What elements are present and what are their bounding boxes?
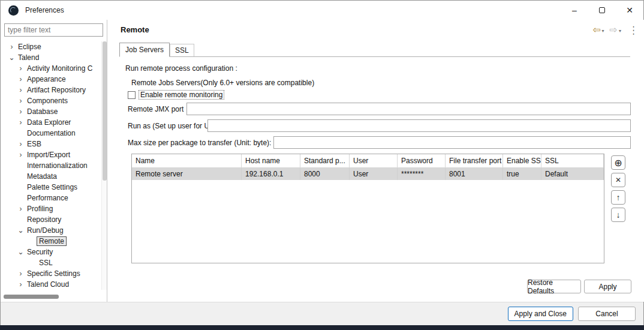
tab-ssl[interactable]: SSL xyxy=(170,44,194,57)
close-button[interactable]: ✕ xyxy=(616,1,643,20)
chevron-right-icon[interactable]: › xyxy=(17,271,25,277)
enable-remote-monitoring-checkbox[interactable] xyxy=(128,91,136,99)
column-header-enable-ssl[interactable]: Enable SSL xyxy=(503,154,541,167)
back-dropdown-icon[interactable]: ▾ xyxy=(602,28,604,34)
chevron-right-icon[interactable]: › xyxy=(17,65,25,71)
table-header-row: NameHost nameStandard p...UserPasswordFi… xyxy=(132,154,604,168)
minimize-icon: – xyxy=(572,5,577,15)
arrow-up-icon: ↑ xyxy=(616,193,621,202)
tree-item-label: Profiling xyxy=(25,204,55,214)
tree-item-palette-settings[interactable]: Palette Settings xyxy=(1,182,101,193)
run-as-input[interactable] xyxy=(207,119,631,132)
title-bar: Preferences – ✕ xyxy=(1,1,643,20)
tab-job-servers[interactable]: Job Servers xyxy=(119,43,170,57)
tree-item-label: Talend xyxy=(16,53,41,62)
close-icon: ✕ xyxy=(626,5,633,15)
preferences-tree: ›Eclipse⌄Talend›Activity Monitoring C›Ap… xyxy=(1,41,101,290)
tree-item-performance[interactable]: Performance xyxy=(1,193,101,203)
column-header-user[interactable]: User xyxy=(350,154,398,167)
tree-item-data-explorer[interactable]: ›Data Explorer xyxy=(1,117,101,128)
max-package-size-label: Max size per package to transfer (Unit: … xyxy=(128,139,271,147)
tree-item-label: Artifact Repository xyxy=(25,85,88,95)
column-header-standard-p-[interactable]: Standard p... xyxy=(300,154,350,167)
chevron-right-icon[interactable]: › xyxy=(17,76,25,82)
tree-item-remote[interactable]: Remote xyxy=(1,236,101,247)
tree-item-eclipse[interactable]: ›Eclipse xyxy=(1,41,101,52)
chevron-right-icon[interactable]: › xyxy=(8,44,16,50)
job-servers-table: NameHost nameStandard p...UserPasswordFi… xyxy=(131,154,604,263)
tree-item-components[interactable]: ›Components xyxy=(1,95,101,106)
enable-remote-monitoring-row: Enable remote monitoring xyxy=(128,90,224,100)
filter-input[interactable] xyxy=(4,23,103,37)
tree-item-talend[interactable]: ⌄Talend xyxy=(1,52,101,63)
tree-item-security[interactable]: ⌄Security xyxy=(1,247,101,257)
chevron-right-icon[interactable]: › xyxy=(17,281,25,287)
chevron-right-icon[interactable]: › xyxy=(17,141,25,147)
tree-item-documentation[interactable]: Documentation xyxy=(1,128,101,139)
tree-item-appearance[interactable]: ›Appearance xyxy=(1,74,101,85)
chevron-right-icon[interactable]: › xyxy=(17,87,25,93)
column-header-file-transfer-port[interactable]: File transfer port xyxy=(446,154,503,167)
tree-item-label: Eclipse xyxy=(16,42,44,52)
forward-icon[interactable]: ⇨ xyxy=(610,24,618,35)
move-down-button[interactable]: ↓ xyxy=(611,208,625,222)
remote-jmx-port-input[interactable] xyxy=(186,103,631,115)
preferences-icon xyxy=(8,5,19,16)
tree-vertical-scrollbar-thumb[interactable] xyxy=(103,41,107,181)
column-header-name[interactable]: Name xyxy=(132,154,242,167)
add-server-button[interactable]: ⊕ xyxy=(611,155,625,170)
tree-item-esb[interactable]: ›ESB xyxy=(1,139,101,149)
table-cell: Default xyxy=(541,168,604,180)
apply-button[interactable]: Apply xyxy=(584,280,631,293)
tree-item-metadata[interactable]: Metadata xyxy=(1,171,101,182)
remote-jobs-group-label: Remote Jobs Servers(Only 6.0+ versions a… xyxy=(131,79,314,87)
tree-item-activity-monitoring-c[interactable]: ›Activity Monitoring C xyxy=(1,63,101,74)
tree-horizontal-scrollbar-thumb[interactable] xyxy=(4,295,59,299)
tree-item-internationalization[interactable]: Internationalization xyxy=(1,160,101,171)
chevron-right-icon[interactable]: › xyxy=(17,119,25,125)
table-cell: 192.168.0.1 xyxy=(242,168,300,180)
tree-item-database[interactable]: ›Database xyxy=(1,106,101,117)
column-header-host-name[interactable]: Host name xyxy=(242,154,300,167)
window-title: Preferences xyxy=(25,6,64,14)
tree-vertical-scrollbar[interactable] xyxy=(101,41,107,290)
tree-item-profiling[interactable]: ›Profiling xyxy=(1,203,101,214)
tree-item-label: Documentation xyxy=(25,128,78,138)
tree-item-label: Security xyxy=(25,247,55,257)
tree-item-label: Talend Cloud xyxy=(25,280,71,289)
maximize-button[interactable] xyxy=(588,1,616,20)
chevron-right-icon[interactable]: › xyxy=(17,206,25,212)
tree-item-specific-settings[interactable]: ›Specific Settings xyxy=(1,268,101,279)
enable-remote-monitoring-label[interactable]: Enable remote monitoring xyxy=(139,90,224,100)
cancel-button[interactable]: Cancel xyxy=(578,307,636,321)
remove-server-button[interactable]: ✕ xyxy=(611,173,625,187)
chevron-down-icon[interactable]: ⌄ xyxy=(8,55,16,61)
max-package-size-input[interactable] xyxy=(273,136,631,149)
column-header-password[interactable]: Password xyxy=(398,154,446,167)
chevron-down-icon[interactable]: ⌄ xyxy=(17,227,25,233)
chevron-right-icon[interactable]: › xyxy=(17,152,25,158)
minimize-button[interactable]: – xyxy=(561,1,588,20)
page-title: Remote xyxy=(121,25,149,34)
tree-item-ssl[interactable]: SSL xyxy=(1,257,101,268)
tree-item-run-debug[interactable]: ⌄Run/Debug xyxy=(1,225,101,236)
chevron-right-icon[interactable]: › xyxy=(17,98,25,104)
tree-item-artifact-repository[interactable]: ›Artifact Repository xyxy=(1,85,101,95)
tree-item-label: Components xyxy=(25,96,70,106)
history-nav: ⇦ ▾ ⇨ ▾ ⋮ xyxy=(592,24,637,35)
table-row[interactable]: Remote server192.168.0.18000User********… xyxy=(132,168,604,180)
tree-item-repository[interactable]: Repository xyxy=(1,214,101,225)
move-up-button[interactable]: ↑ xyxy=(611,190,625,205)
chevron-right-icon[interactable]: › xyxy=(17,109,25,115)
chevron-down-icon[interactable]: ⌄ xyxy=(17,249,25,255)
back-icon[interactable]: ⇦ xyxy=(592,24,600,35)
preferences-dialog: Preferences – ✕ ›Eclipse⌄Talend›Activity… xyxy=(0,0,644,325)
restore-defaults-button[interactable]: Restore Defaults xyxy=(527,280,581,293)
tree-item-import-export[interactable]: ›Import/Export xyxy=(1,149,101,160)
forward-dropdown-icon[interactable]: ▾ xyxy=(619,28,621,34)
view-menu-icon[interactable]: ⋮ xyxy=(630,23,637,35)
tree-item-talend-cloud[interactable]: ›Talend Cloud xyxy=(1,279,101,290)
column-header-ssl[interactable]: SSL xyxy=(541,154,604,167)
apply-and-close-button[interactable]: Apply and Close xyxy=(508,307,573,321)
tree-item-label: Data Explorer xyxy=(25,118,73,127)
